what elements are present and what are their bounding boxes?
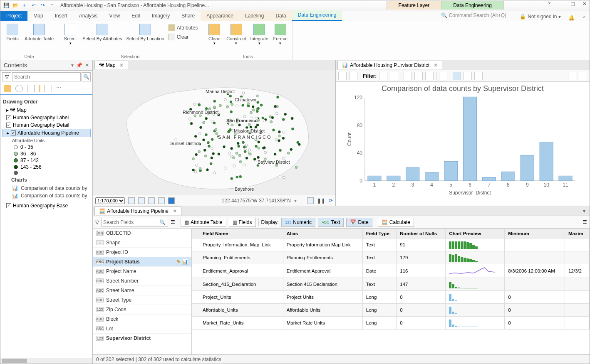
- text-toggle[interactable]: ABCText: [318, 218, 344, 227]
- tab-analysis[interactable]: Analysis: [73, 11, 104, 21]
- minimize-icon[interactable]: —: [558, 1, 563, 7]
- column-header[interactable]: Alias: [283, 229, 362, 239]
- notifications-icon[interactable]: 🔔: [564, 15, 579, 21]
- toc-layer-selected[interactable]: ▸✓Affordable Housing Pipeline: [2, 129, 91, 137]
- tab-labeling[interactable]: Labeling: [239, 11, 270, 21]
- signin-button[interactable]: 🔒Not signed in ▾: [516, 12, 564, 21]
- more-icon[interactable]: ⋯: [56, 85, 61, 92]
- field-list-row[interactable]: ABCStreet Name: [93, 286, 191, 295]
- nav-icon[interactable]: [128, 197, 135, 204]
- context-tab-data-eng[interactable]: Data Engineering: [441, 1, 504, 10]
- field-list-row[interactable]: ABCStreet Type: [93, 295, 191, 305]
- construct-button[interactable]: Construct▾: [226, 23, 247, 53]
- filter-extent-icon[interactable]: [379, 72, 387, 80]
- field-list-row[interactable]: 123Supervisor District: [93, 334, 191, 343]
- select-button[interactable]: Select▾: [62, 23, 79, 53]
- export-icon[interactable]: [338, 72, 347, 80]
- tab-edit[interactable]: Edit: [126, 11, 146, 21]
- column-header[interactable]: Maxim: [565, 229, 589, 239]
- field-list-row[interactable]: ABCStreet Number: [93, 276, 191, 286]
- field-list-row[interactable]: ABCLot: [93, 324, 191, 334]
- dropdown-icon[interactable]: ▾: [71, 62, 74, 68]
- chart-item[interactable]: 📊Comparison of data counts by: [2, 192, 91, 199]
- menu-icon[interactable]: ☰: [171, 219, 175, 225]
- tb-icon[interactable]: [414, 72, 423, 80]
- map-view-tab[interactable]: 🗺 Map✕: [94, 61, 128, 69]
- pause-icon[interactable]: ❚❚: [317, 198, 325, 204]
- tab-view[interactable]: View: [103, 11, 126, 21]
- select-by-location-button[interactable]: Select By Location: [126, 23, 165, 53]
- table-row[interactable]: Planning_EntitlementsPlanning Entitlemen…: [192, 251, 590, 264]
- help-icon[interactable]: ?: [548, 1, 550, 7]
- context-tab-feature[interactable]: Feature Layer: [387, 1, 442, 10]
- list-by-selection-icon[interactable]: [27, 85, 35, 92]
- tb-icon[interactable]: [439, 72, 447, 80]
- save-icon[interactable]: 💾: [3, 2, 10, 9]
- nav-icon[interactable]: [168, 197, 175, 204]
- filter-selection-icon[interactable]: [390, 72, 398, 80]
- full-extent-icon[interactable]: [474, 72, 483, 80]
- chart-view-tab[interactable]: 📊 Affordable Housing P...rvisor District…: [337, 61, 442, 69]
- command-search[interactable]: 🔍 Command Search (Alt+Q): [437, 11, 512, 20]
- menu-icon[interactable]: ☰: [583, 219, 587, 225]
- tab-appearance[interactable]: Appearance: [201, 11, 239, 21]
- nav-icon[interactable]: [148, 197, 155, 204]
- tab-data-engineering[interactable]: Data Engineering: [292, 10, 342, 21]
- attribute-table-button[interactable]: ▦ Attribute Table: [181, 218, 226, 227]
- field-list-row[interactable]: ABCProject ID: [93, 248, 191, 257]
- table-row[interactable]: Property_Information_Map_LinkProperty In…: [192, 239, 590, 251]
- table-row[interactable]: Market_Rate_UnitsMarket Rate UnitsLong00: [192, 317, 590, 330]
- search-fields-input[interactable]: [102, 218, 168, 227]
- contents-search-input[interactable]: [12, 72, 81, 81]
- filter-icon[interactable]: ▽: [95, 219, 99, 225]
- table-row[interactable]: Affordable_UnitsAffordable UnitsLong00: [192, 304, 590, 317]
- redo-icon[interactable]: ↷: [40, 2, 46, 9]
- column-header[interactable]: Minimum: [505, 229, 565, 239]
- zoom-icon[interactable]: [464, 72, 472, 80]
- properties-icon[interactable]: [579, 72, 587, 80]
- new-icon[interactable]: ＋: [21, 2, 28, 9]
- filter-icon[interactable]: ▽: [2, 72, 11, 81]
- list-by-editing-icon[interactable]: [39, 85, 40, 92]
- clear-button[interactable]: Clear: [168, 33, 199, 41]
- de-menu-icon[interactable]: ▾: [580, 208, 588, 214]
- tab-project[interactable]: Project: [0, 11, 27, 21]
- toc-layer[interactable]: ✓Human Geography Label: [2, 114, 91, 121]
- field-list-row[interactable]: 123Zip Code: [93, 305, 191, 315]
- close-tab-icon[interactable]: ✕: [173, 208, 177, 214]
- snap-icon[interactable]: [307, 197, 314, 204]
- calculate-button[interactable]: 🧮 Calculate: [378, 218, 414, 227]
- tab-share[interactable]: Share: [176, 11, 201, 21]
- nav-icon[interactable]: [138, 197, 145, 204]
- chart-type-icon[interactable]: [349, 72, 357, 80]
- contents-hscroll[interactable]: [0, 358, 92, 364]
- toc-basemap[interactable]: ✓Human Geography Base: [2, 202, 91, 209]
- column-header[interactable]: Number of Nulls: [397, 229, 446, 239]
- attributes-button[interactable]: Attributes: [168, 24, 199, 32]
- table-row[interactable]: Section_415_DeclarationSection 415 Decla…: [192, 278, 590, 291]
- open-icon[interactable]: 📂: [12, 2, 19, 9]
- field-list-row[interactable]: ABCBlock: [93, 315, 191, 324]
- toc-map[interactable]: ▸ 🗺 Map: [2, 106, 91, 114]
- de-view-tab[interactable]: 🧮 Affordable Housing Pipeline✕: [94, 207, 181, 215]
- search-icon[interactable]: 🔍: [82, 72, 91, 81]
- maximize-icon[interactable]: ▢: [570, 1, 575, 7]
- table-row[interactable]: Project_UnitsProject UnitsLong00: [192, 291, 590, 304]
- column-header[interactable]: Chart Preview: [446, 229, 505, 239]
- map-scale-select[interactable]: 1:170,000: [95, 197, 125, 204]
- clean-button[interactable]: Clean▾: [206, 23, 223, 53]
- list-by-snapping-icon[interactable]: [45, 85, 52, 92]
- tb-icon[interactable]: [425, 72, 434, 80]
- table-row[interactable]: Entitlement_ApprovalEntitlement Approval…: [192, 264, 590, 278]
- select-tool-icon[interactable]: [453, 72, 461, 80]
- toc-layer[interactable]: ✓Human Geography Detail: [2, 121, 91, 129]
- tb-icon[interactable]: [404, 72, 412, 80]
- field-list-row[interactable]: ABCProject Name: [93, 267, 191, 276]
- fields-button[interactable]: Fields: [4, 23, 21, 53]
- close-icon[interactable]: ✕: [583, 1, 587, 7]
- close-pane-icon[interactable]: ✕: [85, 62, 89, 68]
- legend-icon[interactable]: [568, 72, 576, 80]
- list-by-drawing-order-icon[interactable]: [4, 85, 11, 92]
- close-tab-icon[interactable]: ✕: [119, 62, 124, 68]
- fields-button[interactable]: ▥ Fields: [229, 218, 256, 227]
